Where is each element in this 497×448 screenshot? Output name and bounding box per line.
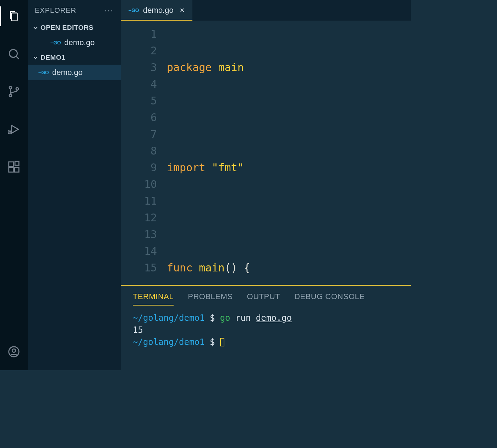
code-editor[interactable]: 123456789101112131415 package main impor…	[121, 21, 411, 285]
terminal-cursor	[220, 338, 224, 346]
svg-rect-6	[9, 168, 13, 172]
svg-rect-8	[15, 161, 19, 165]
svg-point-3	[16, 88, 18, 90]
open-editors-label: OPEN EDITORS	[40, 24, 93, 32]
terminal-cmd: demo.go	[256, 313, 292, 323]
terminal-prompt: $	[210, 313, 215, 323]
terminal-prompt: $	[210, 337, 215, 347]
svg-point-10	[12, 349, 16, 352]
terminal-line: ~/golang/demo1 $	[133, 336, 399, 348]
code-token: () {	[225, 261, 250, 274]
code-token: main	[218, 61, 244, 74]
svg-rect-5	[9, 162, 13, 167]
code-token: import	[167, 161, 205, 174]
svg-point-1	[9, 86, 12, 89]
line-number: 7	[121, 126, 157, 142]
line-number: 12	[121, 209, 157, 226]
files-icon	[7, 10, 21, 23]
code-token: "fmt"	[212, 161, 244, 174]
code-token: package	[167, 61, 212, 74]
activity-run-debug[interactable]	[0, 119, 28, 139]
file-tree-item[interactable]: GO demo.go	[28, 65, 121, 80]
svg-point-4	[9, 131, 11, 133]
line-number: 9	[121, 159, 157, 176]
go-icon: GO	[129, 7, 139, 13]
line-number: 4	[121, 76, 157, 92]
line-number: 8	[121, 142, 157, 159]
terminal-cwd: ~/golang/demo1	[133, 313, 204, 323]
explorer-title: EXPLORER	[35, 6, 76, 15]
terminal-cwd: ~/golang/demo1	[133, 337, 204, 347]
activity-search[interactable]	[0, 44, 28, 64]
close-icon[interactable]: ×	[180, 6, 185, 15]
activity-bar	[0, 0, 28, 370]
line-number: 3	[121, 59, 157, 76]
line-number: 5	[121, 92, 157, 109]
code-token: main	[199, 261, 224, 274]
open-editors-header[interactable]: OPEN EDITORS	[28, 21, 121, 35]
svg-rect-7	[15, 168, 19, 172]
play-bug-icon	[7, 123, 21, 136]
open-editors-item-label: demo.go	[64, 38, 95, 47]
line-number: 6	[121, 109, 157, 126]
panel-tabs: TERMINAL PROBLEMS OUTPUT DEBUG CONSOLE	[121, 286, 411, 306]
explorer-sidebar: EXPLORER ··· OPEN EDITORS GO demo.go DEM…	[28, 0, 121, 370]
panel-tab-terminal[interactable]: TERMINAL	[133, 292, 174, 306]
editor-group: GO demo.go × 123456789101112131415 packa…	[121, 0, 411, 370]
code-token: func	[167, 261, 192, 274]
editor-tab[interactable]: GO demo.go ×	[121, 0, 192, 21]
line-number: 14	[121, 243, 157, 259]
open-editors-item[interactable]: GO demo.go	[28, 35, 121, 50]
code-content[interactable]: package main import "fmt" func main() { …	[167, 21, 411, 285]
account-icon	[7, 345, 21, 358]
folder-header[interactable]: DEMO1	[28, 50, 121, 65]
bottom-panel: TERMINAL PROBLEMS OUTPUT DEBUG CONSOLE ~…	[121, 285, 411, 370]
branch-icon	[7, 85, 21, 98]
file-tree-item-label: demo.go	[52, 68, 83, 77]
panel-tab-output[interactable]: OUTPUT	[247, 292, 280, 306]
explorer-title-row: EXPLORER ···	[28, 0, 121, 21]
svg-point-0	[9, 49, 17, 57]
terminal-output: 15	[133, 324, 399, 336]
go-icon: GO	[50, 40, 61, 45]
line-number: 10	[121, 176, 157, 193]
panel-tab-problems[interactable]: PROBLEMS	[188, 292, 233, 306]
extensions-icon	[7, 160, 21, 174]
terminal-cmd: run	[235, 313, 251, 323]
activity-source-control[interactable]	[0, 82, 28, 102]
editor-tab-label: demo.go	[143, 6, 174, 15]
search-icon	[7, 47, 21, 61]
terminal-cmd: go	[220, 313, 230, 323]
line-number: 15	[121, 259, 157, 276]
editor-tabs: GO demo.go ×	[121, 0, 411, 21]
activity-explorer[interactable]	[0, 6, 28, 26]
activity-extensions[interactable]	[0, 157, 28, 177]
line-number: 11	[121, 193, 157, 209]
svg-point-2	[9, 95, 12, 97]
line-number: 2	[121, 42, 157, 59]
panel-tab-debug-console[interactable]: DEBUG CONSOLE	[294, 292, 365, 306]
explorer-more-icon[interactable]: ···	[104, 5, 114, 15]
activity-account[interactable]	[0, 342, 28, 362]
line-number: 1	[121, 26, 157, 42]
line-number: 13	[121, 226, 157, 243]
go-icon: GO	[38, 70, 49, 75]
chevron-down-icon	[33, 25, 38, 31]
terminal[interactable]: ~/golang/demo1 $ go run demo.go 15 ~/gol…	[121, 306, 411, 370]
terminal-line: ~/golang/demo1 $ go run demo.go	[133, 312, 399, 324]
chevron-down-icon	[33, 55, 38, 60]
folder-label: DEMO1	[40, 54, 65, 61]
line-number-gutter: 123456789101112131415	[121, 21, 167, 285]
